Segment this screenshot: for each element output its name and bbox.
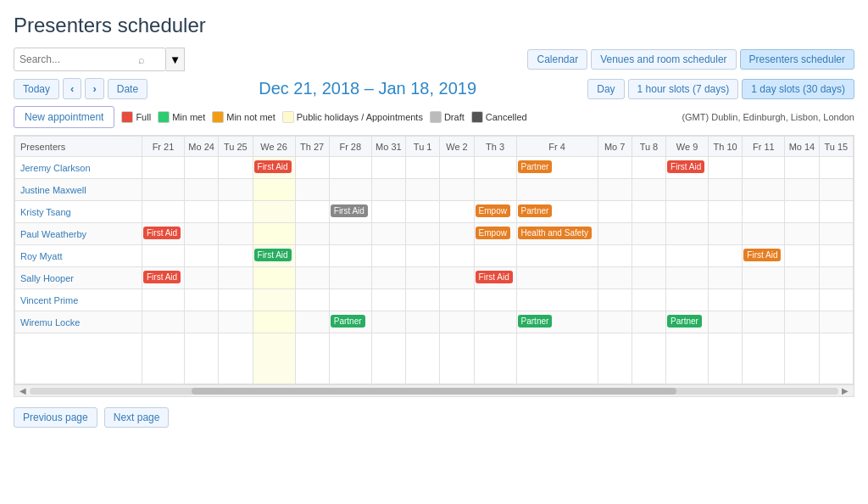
day-cell[interactable]: Empow [474, 201, 516, 223]
day-cell [440, 311, 474, 333]
search-icon[interactable]: ⌕ [138, 53, 145, 66]
day-cell [666, 223, 709, 245]
event-tag[interactable]: Partner [518, 204, 553, 217]
day-cell[interactable]: First Aid [142, 267, 185, 289]
day-cell [184, 179, 218, 201]
day-cell [406, 157, 440, 179]
event-tag[interactable]: Empow [476, 204, 510, 217]
day-cell [666, 289, 709, 311]
day-btn[interactable]: Day [587, 79, 624, 99]
event-tag[interactable]: Partner [331, 315, 365, 328]
day-cell [819, 157, 853, 179]
day-cell[interactable]: Partner [516, 157, 598, 179]
legend-public-holidays: Public holidays / Appointments [282, 111, 423, 123]
previous-page-btn[interactable]: Previous page [14, 407, 97, 428]
day-cell [406, 311, 440, 333]
date-btn[interactable]: Date [108, 79, 147, 99]
day-cell [632, 311, 665, 333]
event-tag[interactable]: First Aid [254, 160, 292, 173]
day-cell[interactable]: Empow [474, 223, 516, 245]
search-input[interactable] [19, 53, 138, 65]
day-cell [709, 245, 743, 267]
day-cell [743, 311, 785, 333]
calendar-btn[interactable]: Calendar [527, 49, 587, 70]
day-cell[interactable]: First Aid [253, 245, 295, 267]
presenter-name: Roy Myatt [15, 245, 142, 267]
day-cell [440, 201, 474, 223]
day-cell[interactable]: Partner [666, 311, 709, 333]
day-cell [371, 201, 405, 223]
day-cell[interactable]: Partner [516, 311, 598, 333]
day-cell [474, 157, 516, 179]
day-cell [329, 157, 371, 179]
day-cell [253, 223, 295, 245]
event-tag[interactable]: Partner [518, 315, 553, 328]
day-cell [219, 245, 253, 267]
scroll-left-arrow[interactable]: ◀ [16, 386, 30, 395]
day-cell[interactable]: Partner [516, 201, 598, 223]
day-header-Tu8: Tu 8 [632, 137, 665, 157]
day-cell [743, 201, 785, 223]
presenters-btn[interactable]: Presenters scheduler [740, 49, 854, 70]
event-tag[interactable]: First Aid [254, 249, 292, 261]
scroll-right-arrow[interactable]: ▶ [838, 386, 852, 395]
day-cell [142, 289, 185, 311]
day-cell[interactable]: First Aid [743, 245, 785, 267]
day-cell [184, 223, 218, 245]
event-tag[interactable]: First Aid [143, 271, 181, 283]
legend-cancelled-label: Cancelled [486, 112, 527, 122]
event-tag[interactable]: Partner [667, 315, 702, 328]
search-dropdown-btn[interactable]: ▼ [166, 48, 185, 71]
day-cell [785, 245, 819, 267]
day-cell [785, 179, 819, 201]
1hour-btn[interactable]: 1 hour slots (7 days) [628, 79, 739, 99]
table-row: Vincent Prime [15, 289, 854, 311]
day-cell[interactable]: First Aid [666, 157, 709, 179]
day-header-We2: We 2 [440, 137, 474, 157]
search-box: ⌕ [14, 48, 166, 71]
day-cell [295, 179, 329, 201]
next-page-btn[interactable]: Next page [104, 407, 170, 428]
bottom-nav: Previous page Next page [14, 407, 854, 428]
next-arrow-btn[interactable]: › [85, 78, 103, 99]
day-cell [219, 311, 253, 333]
event-tag[interactable]: Health and Safety [518, 227, 593, 239]
day-cell [329, 245, 371, 267]
day-cell [474, 245, 516, 267]
day-cell [406, 245, 440, 267]
event-tag[interactable]: First Aid [143, 227, 181, 239]
day-cell [632, 245, 665, 267]
event-tag[interactable]: First Aid [476, 271, 513, 283]
today-btn[interactable]: Today [14, 79, 59, 99]
venues-btn[interactable]: Venues and room scheduler [591, 49, 736, 70]
new-appointment-btn[interactable]: New appointment [14, 106, 114, 128]
day-cell[interactable]: First Aid [253, 157, 295, 179]
day-cell [709, 289, 743, 311]
day-cell [184, 157, 218, 179]
legend-draft-label: Draft [444, 112, 465, 122]
event-tag[interactable]: Empow [476, 227, 510, 239]
day-cell[interactable]: First Aid [329, 201, 371, 223]
prev-arrow-btn[interactable]: ‹ [63, 78, 81, 99]
event-tag[interactable]: First Aid [331, 204, 368, 217]
event-tag[interactable]: First Aid [743, 249, 781, 261]
event-tag[interactable]: Partner [518, 160, 553, 173]
day-cell[interactable]: Partner [329, 311, 371, 333]
day-cell[interactable]: First Aid [142, 223, 185, 245]
day-header-Mo24: Mo 24 [184, 137, 218, 157]
day-cell [516, 245, 598, 267]
calendar-table: PresentersFr 21Mo 24Tu 25We 26Th 27Fr 28… [14, 136, 854, 384]
day-cell [743, 223, 785, 245]
day-cell [785, 223, 819, 245]
day-cell [142, 179, 185, 201]
day-cell [785, 201, 819, 223]
day-cell[interactable]: First Aid [474, 267, 516, 289]
day-cell[interactable]: Health and Safety [516, 223, 598, 245]
legend-min-not-met-label: Min not met [226, 112, 275, 122]
calendar-scroll[interactable]: PresentersFr 21Mo 24Tu 25We 26Th 27Fr 28… [14, 136, 854, 384]
day-cell [142, 201, 185, 223]
day-cell [295, 289, 329, 311]
day-header-Tu1: Tu 1 [406, 137, 440, 157]
1day-btn[interactable]: 1 day slots (30 days) [742, 79, 854, 99]
event-tag[interactable]: First Aid [667, 160, 704, 173]
